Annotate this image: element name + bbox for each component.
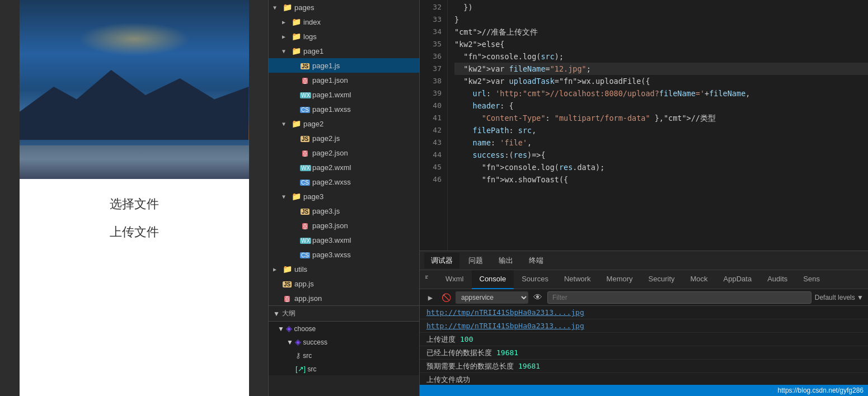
devtab-network[interactable]: Network [556, 270, 599, 289]
phone-panel: 选择文件 上传文件 [0, 0, 269, 396]
devtab-console[interactable]: Console [472, 270, 514, 289]
tree-item-page2js[interactable]: JSpage2.js [269, 131, 419, 145]
tree-item-logs[interactable]: ▶📁logs [269, 29, 419, 44]
tree-item-page2[interactable]: ▼📁page2 [269, 116, 419, 131]
phone-preview-image [20, 0, 249, 179]
code-line-45: "fn">console.log(res.data); [454, 161, 868, 173]
outline-item-choose[interactable]: ▼ ◈ choose [269, 322, 419, 335]
outline-item-success[interactable]: ▼ ◈ success [269, 335, 419, 348]
msg-value-2: 100 [460, 335, 473, 343]
line-num-37: 37 [420, 63, 442, 75]
console-message-0[interactable]: http://tmp/nTRII41SbpHa0a2313....jpg [420, 306, 868, 319]
tree-item-page3js[interactable]: JSpage3.js [269, 204, 419, 218]
console-filter-row: ▶ 🚫 appservice 👁 Default levels ▼ [420, 289, 868, 306]
line-num-33: 33 [420, 13, 442, 26]
console-panel: 调试器 问题 输出 终端 Wxml Console Sources Networ… [420, 251, 868, 396]
msg-label-2: 上传进度 [426, 334, 456, 345]
msg-label-5: 上传文件成功 [426, 375, 470, 385]
tree-item-page1wxml[interactable]: WXpage1.wxml [269, 87, 419, 102]
console-message-5: 上传文件成功 [420, 373, 868, 385]
code-content[interactable]: })}"cmt">//准备上传文件"kw2">else{ "fn">consol… [448, 0, 868, 251]
tree-item-index[interactable]: ▶📁index [269, 15, 419, 29]
svg-rect-1 [425, 277, 427, 277]
upload-file-button[interactable]: 上传文件 [110, 224, 159, 241]
line-numbers: 323334353637383940414243444546 [420, 0, 448, 251]
tab-output[interactable]: 输出 [492, 253, 520, 268]
tree-item-utils[interactable]: ▶📁utils [269, 262, 419, 276]
devtab-memory[interactable]: Memory [599, 270, 641, 289]
line-num-46: 46 [420, 173, 442, 186]
line-num-38: 38 [420, 75, 442, 87]
console-tabs-bar: 调试器 问题 输出 终端 [420, 251, 868, 270]
outline-item-src[interactable]: ⚷ src [269, 348, 419, 362]
devtab-cursor[interactable] [420, 270, 438, 289]
console-message-2: 上传进度 100 [420, 333, 868, 346]
console-message-4: 预期需要上传的数据总长度 19681 [420, 360, 868, 373]
code-area: 323334353637383940414243444546 })}"cmt">… [420, 0, 868, 251]
tree-item-page1[interactable]: ▼📁page1 [269, 44, 419, 58]
outline-header: ▼ 大纲 [269, 306, 419, 322]
devtab-appdata[interactable]: AppData [716, 270, 760, 289]
play-icon[interactable]: ▶ [424, 291, 437, 304]
line-num-34: 34 [420, 26, 442, 38]
tree-item-appjs[interactable]: JSapp.js [269, 276, 419, 291]
outline-arrow: ▼ [273, 310, 280, 318]
tree-item-page3wxml[interactable]: WXpage3.wxml [269, 233, 419, 247]
devtab-mock[interactable]: Mock [683, 270, 716, 289]
tree-item-page1json[interactable]: {}page1.json [269, 73, 419, 87]
tab-debugger[interactable]: 调试器 [424, 253, 459, 268]
block-icon[interactable]: 🚫 [440, 291, 452, 304]
code-line-44: success:(res)=>{ [454, 149, 868, 161]
code-line-41: "Content-Type": "multipart/form-data" },… [454, 112, 868, 124]
code-line-46: "fn">wx.showToast({ [454, 173, 868, 186]
line-num-41: 41 [420, 112, 442, 124]
line-num-42: 42 [420, 124, 442, 136]
code-line-42: filePath: src, [454, 124, 868, 136]
line-num-36: 36 [420, 50, 442, 63]
status-url: https://blog.csdn.net/gyfg286 [778, 386, 864, 394]
tree-item-page1wxss[interactable]: CSpage1.wxss [269, 102, 419, 116]
line-num-35: 35 [420, 38, 442, 50]
choose-file-button[interactable]: 选择文件 [110, 196, 159, 213]
eye-icon[interactable]: 👁 [532, 291, 544, 304]
tree-item-appjson[interactable]: {}app.json [269, 291, 419, 305]
default-levels-label[interactable]: Default levels ▼ [815, 294, 864, 301]
msg-value-3: 19681 [496, 348, 518, 357]
status-bar: https://blog.csdn.net/gyfg286 [420, 385, 868, 396]
devtab-wxml[interactable]: Wxml [438, 270, 472, 289]
tab-terminal[interactable]: 终端 [522, 253, 550, 268]
outline-item-src[interactable]: [↗] src [269, 362, 419, 375]
devtab-sens[interactable]: Sens [795, 270, 828, 289]
tree-item-page3[interactable]: ▼📁page3 [269, 189, 419, 204]
tree-item-page3wxss[interactable]: CSpage3.wxss [269, 247, 419, 262]
tree-item-page1js[interactable]: JSpage1.js [269, 58, 419, 73]
console-message-1[interactable]: http://tmp/nTRII41SbpHa0a2313....jpg [420, 319, 868, 333]
tab-problems[interactable]: 问题 [462, 253, 490, 268]
tree-item-pages[interactable]: ▼📁pages [269, 0, 419, 15]
devtab-audits[interactable]: Audits [759, 270, 795, 289]
svg-rect-0 [425, 276, 428, 276]
line-num-39: 39 [420, 87, 442, 100]
code-line-43: name: 'file', [454, 136, 868, 149]
line-num-43: 43 [420, 136, 442, 149]
code-line-33: } [454, 13, 868, 26]
tree-item-page2wxml[interactable]: WXpage2.wxml [269, 160, 419, 175]
msg-value-4: 19681 [518, 362, 540, 370]
devtab-security[interactable]: Security [641, 270, 683, 289]
outline-section: ▼ 大纲 ▼ ◈ choose▼ ◈ success ⚷ src [↗] src [269, 305, 419, 375]
tree-item-page3json[interactable]: {}page3.json [269, 218, 419, 233]
outline-title: 大纲 [282, 309, 295, 318]
file-tree-panel: ▼📁pages▶📁index▶📁logs▼📁page1 JSpage1.js {… [269, 0, 420, 396]
line-num-45: 45 [420, 161, 442, 173]
svg-rect-2 [425, 278, 428, 279]
service-select[interactable]: appservice [456, 291, 528, 304]
code-line-34: "cmt">//准备上传文件 [454, 26, 868, 38]
filter-input[interactable] [547, 291, 811, 304]
console-message-3: 已经上传的数据长度 19681 [420, 346, 868, 360]
code-line-36: "fn">console.log(src); [454, 50, 868, 63]
devtab-sources[interactable]: Sources [514, 270, 556, 289]
tree-item-page2wxss[interactable]: CSpage2.wxss [269, 175, 419, 189]
line-num-44: 44 [420, 149, 442, 161]
code-line-35: "kw2">else{ [454, 38, 868, 50]
tree-item-page2json[interactable]: {}page2.json [269, 145, 419, 160]
